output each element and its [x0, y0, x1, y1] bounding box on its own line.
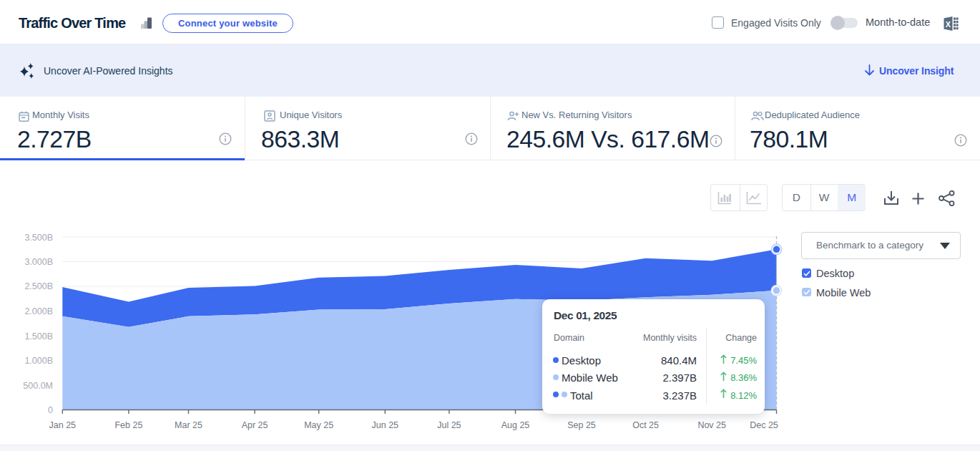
svg-text:2.000B: 2.000B — [24, 306, 53, 316]
svg-text:May 25: May 25 — [304, 420, 333, 430]
svg-text:Jul 25: Jul 25 — [437, 420, 461, 430]
svg-text:Aug 25: Aug 25 — [501, 420, 530, 430]
svg-text:X: X — [946, 20, 951, 29]
svg-text:500.0M: 500.0M — [23, 381, 53, 391]
svg-text:Sep 25: Sep 25 — [567, 420, 596, 430]
svg-text:3.500B: 3.500B — [24, 233, 53, 243]
svg-text:1.000B: 1.000B — [24, 356, 53, 366]
svg-text:Dec 25: Dec 25 — [750, 420, 778, 430]
svg-text:Feb 25: Feb 25 — [114, 420, 142, 430]
svg-text:1.500B: 1.500B — [24, 331, 53, 341]
svg-text:0: 0 — [48, 405, 53, 415]
svg-text:Nov 25: Nov 25 — [697, 420, 726, 430]
svg-text:2.500B: 2.500B — [24, 281, 53, 291]
svg-text:Jan 25: Jan 25 — [49, 420, 77, 430]
svg-text:Jun 25: Jun 25 — [372, 420, 399, 430]
svg-text:3.000B: 3.000B — [24, 257, 53, 267]
svg-text:Mar 25: Mar 25 — [175, 420, 202, 430]
svg-text:Apr 25: Apr 25 — [242, 420, 268, 430]
svg-text:Oct 25: Oct 25 — [632, 420, 659, 430]
